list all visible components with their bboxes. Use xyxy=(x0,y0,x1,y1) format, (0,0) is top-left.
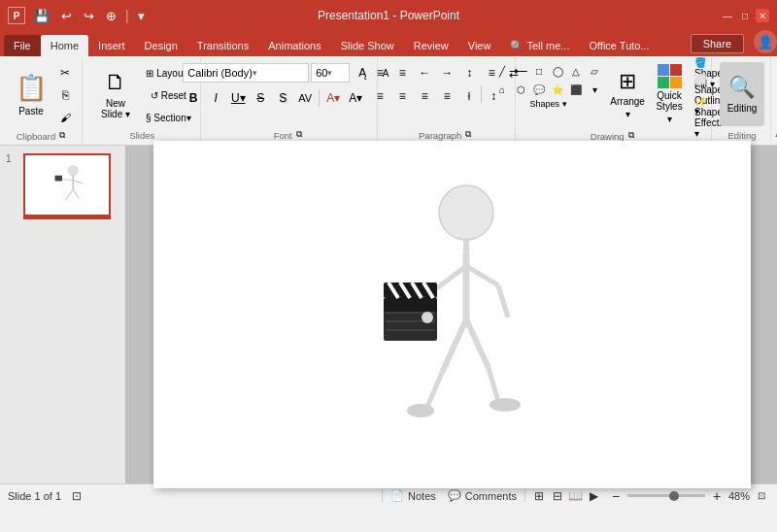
shape-item[interactable]: ⟵ xyxy=(512,62,529,80)
decrease-indent-button[interactable]: ← xyxy=(414,62,435,83)
drawing-label: Drawing xyxy=(591,129,625,142)
charspacing-button[interactable]: AV xyxy=(294,87,316,109)
notes-icon: 📄 xyxy=(390,489,404,502)
columns-button[interactable]: ⫲ xyxy=(458,85,480,107)
arrange-button[interactable]: ⊞ Arrange ▾ xyxy=(607,62,648,126)
shapes-row2: ⌂ ⬡ 💬 ⭐ ⬛ ▾ xyxy=(493,81,603,98)
fit-slide-button[interactable]: ⊡ xyxy=(69,488,84,504)
comments-button[interactable]: Comments xyxy=(465,490,517,502)
tab-insert[interactable]: Insert xyxy=(88,35,135,56)
tab-home[interactable]: Home xyxy=(41,35,88,56)
tab-tellme[interactable]: 🔍Tell me... xyxy=(500,35,579,56)
slide-sorter-button[interactable]: ⊟ xyxy=(550,488,565,504)
slide-red-bar xyxy=(25,215,109,217)
shapes-button[interactable]: Shapes ▾ xyxy=(493,99,603,109)
slide-panel: 1 xyxy=(0,146,126,483)
slide-canvas[interactable] xyxy=(153,141,751,488)
drawing-label-row: Drawing ⧉ xyxy=(524,128,705,142)
font-group: Calibri (Body) ▾ 60 ▾ Ą A B I U▾ S S AV … xyxy=(203,58,378,143)
user-icon[interactable]: 👤 xyxy=(754,30,777,53)
pptaccess-button[interactable]: ⊕ xyxy=(103,7,119,25)
tab-file[interactable]: File xyxy=(4,35,41,56)
shape-item[interactable]: △ xyxy=(567,62,585,80)
redo-qa-button[interactable]: ↪ xyxy=(81,7,97,25)
italic-button[interactable]: I xyxy=(205,87,226,109)
font-highlight-button[interactable]: A▾ xyxy=(345,87,366,109)
font-color-button[interactable]: A▾ xyxy=(322,87,344,109)
shape-item[interactable]: ◯ xyxy=(549,62,566,80)
zoom-out-button[interactable]: − xyxy=(608,488,624,504)
align-left-button[interactable]: ≡ xyxy=(369,85,390,107)
shape-item[interactable]: ╱ xyxy=(493,62,511,80)
font-expand[interactable]: ⧉ xyxy=(292,127,306,141)
tab-transitions[interactable]: Transitions xyxy=(187,35,258,56)
ribbon-collapse-button[interactable]: ▲ xyxy=(773,125,777,141)
shape-item[interactable]: ⭐ xyxy=(549,81,566,98)
shape-item[interactable]: ▾ xyxy=(586,81,603,98)
share-button[interactable]: Share xyxy=(691,34,744,53)
slide-number-1: 1 xyxy=(6,153,17,164)
zoom-slider[interactable] xyxy=(627,494,705,497)
copy-button[interactable]: ⎘ xyxy=(54,84,76,106)
tab-review[interactable]: Review xyxy=(404,35,458,56)
tab-slideshow[interactable]: Slide Show xyxy=(331,35,404,56)
clipboard-expand[interactable]: ⧉ xyxy=(55,128,69,142)
align-center-button[interactable]: ≡ xyxy=(391,85,413,107)
save-qa-button[interactable]: 💾 xyxy=(31,7,52,25)
quick-styles-button[interactable]: Quick Styles ▾ xyxy=(652,62,687,126)
tab-view[interactable]: View xyxy=(458,35,501,56)
svg-line-10 xyxy=(434,266,466,290)
tab-animations[interactable]: Animations xyxy=(258,35,330,56)
textshadow-button[interactable]: S xyxy=(272,87,293,109)
status-bar-right: 📄 Notes 💬 Comments ⊞ ⊟ 📖 ▶ − + 48% ⊡ xyxy=(382,488,769,504)
text-direction-button[interactable]: ↕ xyxy=(458,62,480,83)
bullets-button[interactable]: ≡ xyxy=(369,62,390,83)
shape-item[interactable]: ▱ xyxy=(586,62,603,80)
shape-item[interactable]: □ xyxy=(530,62,548,80)
align-right-button[interactable]: ≡ xyxy=(414,85,435,107)
shape-item[interactable]: ⌂ xyxy=(493,81,511,98)
font-name-input[interactable]: Calibri (Body) ▾ xyxy=(183,63,309,83)
svg-line-14 xyxy=(442,319,466,373)
para-sep xyxy=(481,85,482,103)
customize-qa-button[interactable]: ▾ xyxy=(135,7,148,25)
justify-button[interactable]: ≡ xyxy=(436,85,457,107)
shape-item[interactable]: ⬛ xyxy=(567,81,585,98)
numbering-button[interactable]: ≡ xyxy=(391,62,413,83)
paragraph-expand[interactable]: ⧉ xyxy=(461,127,475,141)
undo-qa-button[interactable]: ↩ xyxy=(58,7,75,25)
maximize-button[interactable]: □ xyxy=(738,9,752,22)
window-title: Presentation1 - PowerPoint xyxy=(318,9,459,22)
slides-label-row: Slides xyxy=(90,128,194,141)
new-slide-button[interactable]: 🗋 New Slide ▾ xyxy=(90,62,141,126)
shape-item[interactable]: 💬 xyxy=(530,81,548,98)
drawing-group: ╱ ⟵ □ ◯ △ ▱ ⌂ ⬡ 💬 ⭐ ⬛ ▾ Shapes ▾ xyxy=(518,58,712,143)
format-painter-button[interactable]: 🖌 xyxy=(54,107,76,128)
editing-label-row: Editing xyxy=(720,128,765,141)
tab-officetuto[interactable]: Office Tuto... xyxy=(579,35,659,56)
close-button[interactable]: ✕ xyxy=(756,9,769,22)
comments-icon: 💬 xyxy=(448,489,461,502)
notes-button[interactable]: Notes xyxy=(408,490,436,502)
font-size-input[interactable]: 60 ▾ xyxy=(311,63,350,83)
zoom-area: − + 48% ⊡ xyxy=(608,488,769,504)
minimize-button[interactable]: — xyxy=(721,9,734,22)
zoom-in-button[interactable]: + xyxy=(709,488,725,504)
slideshow-button[interactable]: ▶ xyxy=(587,488,602,504)
increase-indent-button[interactable]: → xyxy=(436,62,457,83)
fit-to-window-button[interactable]: ⊡ xyxy=(754,488,769,504)
bold-button[interactable]: B xyxy=(183,87,204,109)
svg-rect-4 xyxy=(55,176,63,182)
cut-button[interactable]: ✂ xyxy=(54,62,76,83)
tab-design[interactable]: Design xyxy=(135,35,187,56)
shape-item[interactable]: ⬡ xyxy=(512,81,529,98)
slide-thumb-1[interactable] xyxy=(23,153,111,219)
reading-view-button[interactable]: 📖 xyxy=(568,488,584,504)
normal-view-button[interactable]: ⊞ xyxy=(531,488,547,504)
underline-button[interactable]: U▾ xyxy=(227,87,249,109)
paste-button[interactable]: 📋 Paste xyxy=(10,62,52,126)
strikethrough-button[interactable]: S xyxy=(250,87,271,109)
drawing-expand[interactable]: ⧉ xyxy=(625,128,638,142)
editing-button[interactable]: 🔍 Editing xyxy=(720,62,765,126)
svg-line-6 xyxy=(73,189,79,198)
